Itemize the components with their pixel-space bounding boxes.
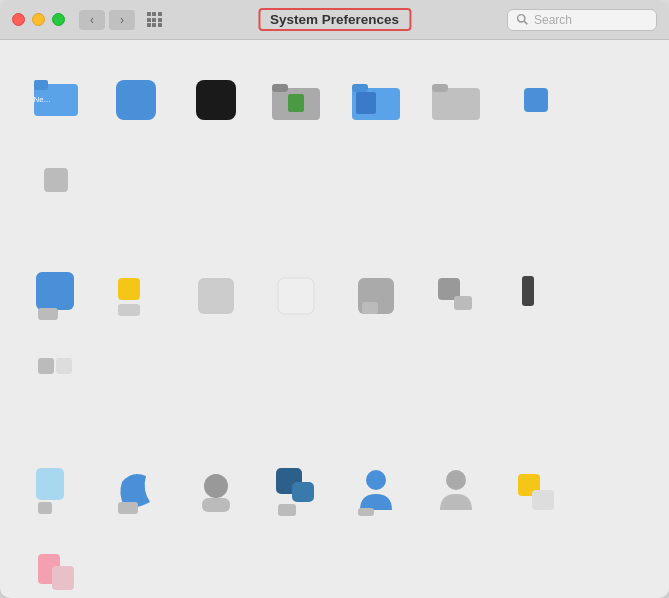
list-item[interactable] bbox=[500, 456, 572, 528]
list-item[interactable] bbox=[260, 64, 332, 136]
icon-graphic bbox=[270, 270, 322, 322]
list-item[interactable] bbox=[180, 260, 252, 332]
icon-graphic bbox=[430, 466, 482, 518]
list-item[interactable]: Ne... bbox=[20, 64, 92, 136]
maximize-button[interactable] bbox=[52, 13, 65, 26]
list-item[interactable] bbox=[20, 340, 92, 412]
svg-point-33 bbox=[204, 474, 228, 498]
svg-rect-5 bbox=[116, 80, 156, 120]
traffic-lights bbox=[12, 13, 65, 26]
svg-rect-15 bbox=[524, 88, 548, 112]
svg-line-1 bbox=[524, 21, 527, 24]
list-item[interactable] bbox=[340, 64, 412, 136]
icon-graphic bbox=[270, 466, 322, 518]
close-button[interactable] bbox=[12, 13, 25, 26]
icon-graphic bbox=[510, 466, 562, 518]
list-item[interactable] bbox=[180, 64, 252, 136]
svg-rect-34 bbox=[202, 498, 230, 512]
icon-graphic bbox=[270, 74, 322, 126]
list-item[interactable] bbox=[340, 260, 412, 332]
grid-view-button[interactable] bbox=[141, 10, 167, 30]
list-item[interactable] bbox=[260, 260, 332, 332]
svg-rect-31 bbox=[38, 502, 52, 514]
icon-graphic bbox=[350, 74, 402, 126]
list-item[interactable] bbox=[260, 456, 332, 528]
svg-rect-19 bbox=[118, 278, 140, 300]
icon-graphic: Ne... bbox=[30, 74, 82, 126]
icon-row-2 bbox=[20, 252, 649, 420]
list-item[interactable] bbox=[500, 260, 572, 332]
svg-text:Ne...: Ne... bbox=[34, 95, 51, 104]
list-item[interactable] bbox=[500, 64, 572, 136]
list-item[interactable] bbox=[100, 64, 172, 136]
svg-rect-32 bbox=[118, 502, 138, 514]
svg-rect-22 bbox=[278, 278, 314, 314]
forward-button[interactable]: › bbox=[109, 10, 135, 30]
svg-rect-37 bbox=[278, 504, 296, 516]
icon-graphic bbox=[430, 270, 482, 322]
svg-rect-24 bbox=[362, 302, 378, 314]
svg-rect-17 bbox=[36, 272, 74, 310]
icon-row-3 bbox=[20, 448, 649, 598]
window-title: System Preferences bbox=[258, 8, 411, 31]
icon-graphic bbox=[350, 466, 402, 518]
icon-graphic bbox=[350, 270, 402, 322]
search-icon bbox=[516, 13, 529, 26]
svg-rect-16 bbox=[44, 168, 68, 192]
svg-point-0 bbox=[518, 15, 525, 22]
titlebar: ‹ › System Preferences bbox=[0, 0, 669, 40]
icon-graphic bbox=[30, 546, 82, 598]
svg-rect-20 bbox=[118, 304, 140, 316]
icon-graphic bbox=[30, 350, 82, 402]
search-box[interactable] bbox=[507, 9, 657, 31]
icon-graphic bbox=[190, 466, 242, 518]
svg-rect-30 bbox=[36, 468, 64, 500]
svg-rect-6 bbox=[196, 80, 236, 120]
nav-buttons: ‹ › bbox=[79, 10, 135, 30]
svg-rect-29 bbox=[56, 358, 72, 374]
list-item[interactable] bbox=[20, 536, 92, 598]
svg-rect-36 bbox=[292, 482, 314, 502]
main-window: ‹ › System Preferences bbox=[0, 0, 669, 598]
svg-rect-12 bbox=[356, 92, 376, 114]
icon-graphic bbox=[30, 270, 82, 322]
search-input[interactable] bbox=[534, 13, 648, 27]
content-area: Ne... bbox=[0, 40, 669, 598]
list-item[interactable] bbox=[420, 260, 492, 332]
svg-rect-3 bbox=[34, 80, 48, 90]
svg-rect-18 bbox=[38, 308, 58, 320]
list-item[interactable] bbox=[100, 456, 172, 528]
back-button[interactable]: ‹ bbox=[79, 10, 105, 30]
svg-point-40 bbox=[446, 470, 466, 490]
icon-graphic bbox=[110, 270, 162, 322]
svg-rect-27 bbox=[522, 276, 534, 306]
list-item[interactable] bbox=[20, 260, 92, 332]
svg-rect-11 bbox=[352, 84, 368, 92]
list-item[interactable] bbox=[340, 456, 412, 528]
list-item[interactable] bbox=[420, 64, 492, 136]
list-item[interactable] bbox=[100, 260, 172, 332]
minimize-button[interactable] bbox=[32, 13, 45, 26]
svg-rect-28 bbox=[38, 358, 54, 374]
icon-graphic bbox=[30, 154, 82, 206]
svg-rect-9 bbox=[288, 94, 304, 112]
svg-rect-13 bbox=[432, 88, 480, 120]
list-item[interactable] bbox=[180, 456, 252, 528]
list-item[interactable] bbox=[20, 144, 92, 216]
grid-icon bbox=[147, 12, 162, 27]
icon-row-1: Ne... bbox=[20, 56, 649, 224]
svg-rect-44 bbox=[52, 566, 74, 590]
svg-rect-39 bbox=[358, 508, 374, 516]
icon-graphic bbox=[190, 74, 242, 126]
icon-graphic bbox=[510, 74, 562, 126]
svg-rect-21 bbox=[198, 278, 234, 314]
icon-graphic bbox=[110, 466, 162, 518]
icon-graphic bbox=[30, 466, 82, 518]
svg-rect-42 bbox=[532, 490, 554, 510]
svg-rect-26 bbox=[454, 296, 472, 310]
svg-rect-14 bbox=[432, 84, 448, 92]
icon-graphic bbox=[190, 270, 242, 322]
list-item[interactable] bbox=[20, 456, 92, 528]
list-item[interactable] bbox=[420, 456, 492, 528]
svg-rect-8 bbox=[272, 84, 288, 92]
